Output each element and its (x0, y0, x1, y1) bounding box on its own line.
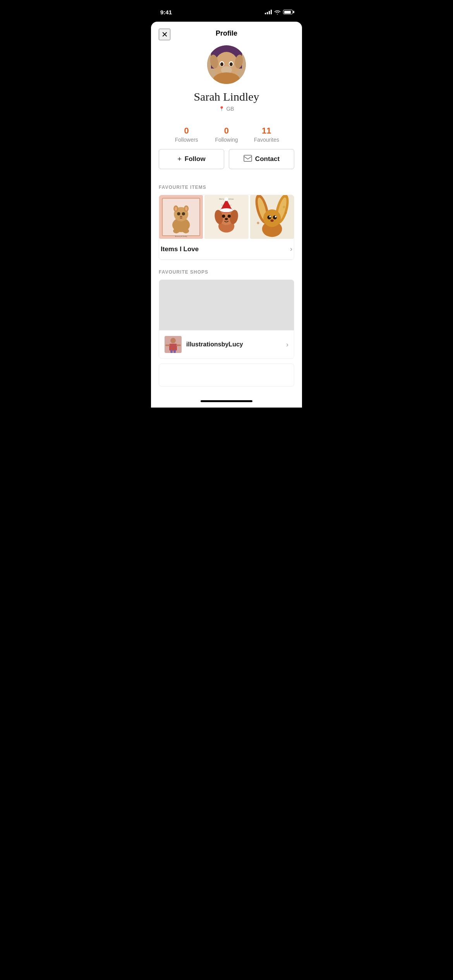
wifi-icon (274, 10, 281, 15)
svg-rect-66 (176, 344, 181, 346)
following-label: Following (215, 137, 238, 143)
svg-point-40 (220, 208, 233, 212)
favourite-shops-title: FAVOURITE SHOPS (159, 269, 294, 275)
contact-button[interactable]: Contact (229, 149, 294, 169)
favourite-shops-section: FAVOURITE SHOPS (151, 260, 302, 387)
shop-row-inner-1: illustrationsbyLucy (165, 336, 286, 353)
svg-point-59 (285, 212, 287, 214)
svg-point-53 (267, 216, 271, 219)
svg-point-39 (225, 197, 228, 201)
svg-rect-14 (244, 155, 252, 161)
action-buttons: + Follow Contact (151, 149, 302, 178)
svg-point-23 (185, 207, 187, 211)
shop-name-1: illustrationsbyLucy (186, 341, 286, 348)
svg-rect-68 (173, 350, 176, 353)
page-title: Profile (216, 29, 237, 38)
profile-header: ✕ Profile (151, 22, 302, 41)
svg-point-52 (263, 209, 281, 227)
time-display: 9:41 (160, 9, 172, 15)
svg-point-27 (173, 229, 179, 233)
user-name: Sarah Lindley (194, 90, 259, 103)
items-card: Mummy ♥ Daddy Merry Christmas to loooooo… (159, 195, 294, 260)
followers-count: 0 (184, 126, 189, 136)
svg-rect-67 (170, 350, 173, 353)
svg-point-54 (273, 216, 276, 219)
shop-card-1[interactable]: illustrationsbyLucy › (159, 279, 294, 359)
home-bar (201, 400, 252, 402)
followers-label: Followers (175, 137, 198, 143)
following-count: 0 (224, 126, 229, 136)
items-love-chevron-icon: › (290, 245, 292, 253)
home-indicator (151, 394, 302, 408)
favourites-count: 11 (262, 126, 271, 136)
items-love-label: Items I Love (161, 245, 199, 253)
shop-banner-1 (159, 280, 294, 330)
svg-point-57 (270, 219, 273, 222)
contact-label: Contact (255, 155, 280, 163)
favourite-items-title: FAVOURITE ITEMS (159, 185, 294, 190)
favourite-item-1[interactable]: Mummy ♥ Daddy (159, 195, 203, 239)
svg-point-28 (183, 229, 189, 233)
svg-point-8 (230, 62, 233, 66)
avatar-image (207, 45, 246, 84)
signal-icon (265, 10, 272, 14)
location-text: GB (226, 106, 234, 112)
follow-label: Follow (185, 155, 206, 163)
shop-chevron-icon-1: › (286, 341, 288, 349)
svg-point-26 (180, 216, 182, 218)
avatar (207, 45, 246, 84)
svg-rect-65 (165, 344, 170, 346)
shop-avatar-1 (165, 336, 182, 353)
items-love-row[interactable]: Items I Love › (159, 239, 294, 260)
svg-rect-64 (169, 344, 177, 351)
favourites-label: Favourites (254, 137, 279, 143)
svg-point-63 (170, 338, 176, 343)
main-card: ✕ Profile (151, 22, 302, 408)
svg-point-24 (177, 212, 180, 215)
stats-row: 0 Followers 0 Following 11 Favourites (151, 120, 302, 149)
svg-point-55 (269, 216, 271, 218)
favourite-items-section: FAVOURITE ITEMS (151, 178, 302, 260)
followers-stat[interactable]: 0 Followers (166, 126, 206, 143)
svg-point-60 (257, 222, 259, 224)
favourites-stat[interactable]: 11 Favourites (247, 126, 287, 143)
shop-card-2 (159, 363, 294, 387)
svg-point-58 (283, 206, 285, 208)
avatar-section: Sarah Lindley 📍 GB (151, 41, 302, 120)
close-button[interactable]: ✕ (159, 29, 170, 40)
svg-point-22 (175, 207, 177, 211)
svg-point-43 (222, 214, 225, 218)
following-stat[interactable]: 0 Following (206, 126, 246, 143)
location-pin-icon: 📍 (219, 106, 225, 111)
svg-point-25 (182, 212, 185, 215)
svg-text:Mummy ♥ Daddy: Mummy ♥ Daddy (175, 235, 187, 237)
favourite-item-3[interactable] (250, 195, 294, 239)
favourite-item-2[interactable]: Merry Christmas to looooooooooo x (204, 195, 248, 239)
shop-row-1[interactable]: illustrationsbyLucy › (159, 330, 294, 358)
svg-point-56 (275, 216, 276, 218)
items-grid: Mummy ♥ Daddy Merry Christmas to loooooo… (159, 195, 294, 239)
close-icon: ✕ (161, 30, 168, 39)
svg-point-44 (228, 214, 231, 218)
svg-rect-61 (159, 280, 294, 330)
follow-button[interactable]: + Follow (159, 149, 224, 169)
svg-point-7 (220, 62, 223, 66)
status-icons (265, 10, 293, 15)
battery-icon (283, 10, 293, 14)
svg-point-45 (225, 218, 228, 220)
user-location: 📍 GB (219, 106, 234, 112)
contact-mail-icon (244, 155, 252, 164)
status-bar: 9:41 (151, 0, 302, 19)
follow-plus-icon: + (177, 155, 182, 163)
